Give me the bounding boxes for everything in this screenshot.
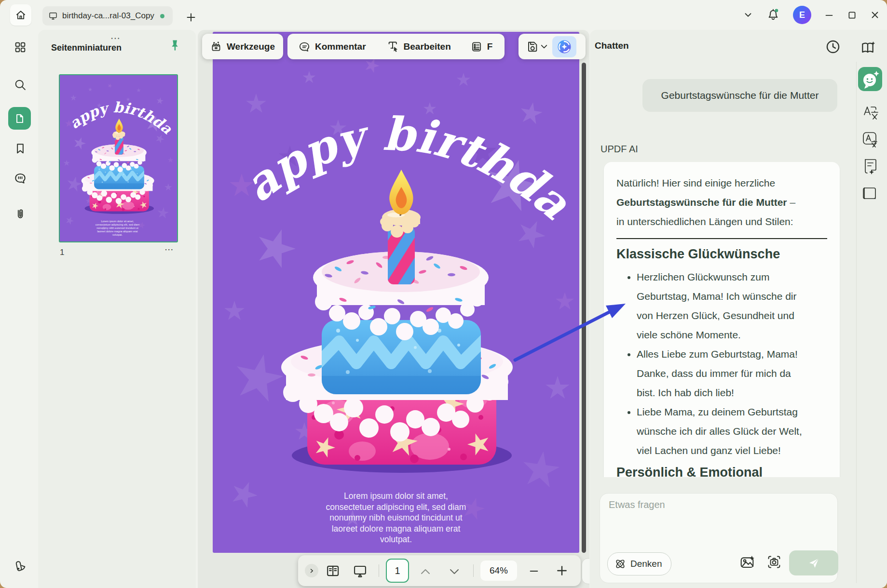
- home-icon: [14, 9, 27, 21]
- expand-button[interactable]: [305, 564, 318, 577]
- ai-chat-tab[interactable]: [858, 67, 882, 91]
- thumbnail-more-button[interactable]: ⋯: [164, 244, 175, 255]
- send-button[interactable]: [789, 550, 838, 575]
- search-icon[interactable]: [14, 78, 27, 92]
- comment-mode-button[interactable]: Kommentar: [287, 34, 374, 59]
- grid-icon[interactable]: [14, 40, 27, 54]
- handle-dots: ⋯: [110, 33, 122, 43]
- screenshot-icon[interactable]: [766, 554, 782, 570]
- image-sparkle-icon[interactable]: [739, 554, 755, 570]
- zoom-out-icon[interactable]: [529, 566, 539, 576]
- avatar[interactable]: E: [793, 6, 811, 24]
- intro-line1: Natürlich! Hier sind einige herzliche: [616, 177, 775, 188]
- pin-icon[interactable]: [167, 38, 182, 54]
- close-icon[interactable]: [870, 10, 880, 20]
- translate-tab[interactable]: [858, 100, 882, 124]
- document-card[interactable]: Happy birthday: [213, 32, 579, 553]
- zoom-level[interactable]: 64%: [480, 561, 517, 581]
- atom-icon: [614, 558, 626, 570]
- maximize-icon[interactable]: [847, 10, 857, 20]
- comment-label: Kommentar: [315, 41, 366, 52]
- document-tab[interactable]: birthday-ca...ral-03_Copy: [42, 6, 173, 26]
- tools-button[interactable]: Werkzeuge: [202, 34, 283, 59]
- tab-title: birthday-ca...ral-03_Copy: [62, 11, 154, 21]
- ai-book-icon[interactable]: [860, 40, 875, 55]
- ai-sender-label: UPDF AI: [600, 144, 638, 155]
- save-chevron-icon[interactable]: [541, 43, 547, 50]
- window-controls: E: [743, 0, 880, 30]
- reader-view-icon[interactable]: [325, 563, 340, 578]
- mode-toolbar: Kommentar Bearbeiten F: [287, 34, 505, 59]
- message-divider: [616, 238, 827, 239]
- zoom-value: 64%: [490, 565, 508, 576]
- drag-handle-icon[interactable]: ⋯: [110, 32, 122, 44]
- add-tab-icon[interactable]: [185, 12, 197, 23]
- dropdown-chevron-icon[interactable]: [743, 10, 753, 20]
- user-message-bubble: Geburtstagswünsche für die Mutter: [642, 79, 837, 112]
- birthday-card-art: Happy birthday: [213, 32, 579, 553]
- page-up-icon[interactable]: [420, 568, 431, 575]
- monitor-icon: [48, 11, 58, 21]
- section-heading-clipped: Persönlich & Emotional: [616, 465, 827, 477]
- chat-input-card: Denken: [600, 493, 838, 583]
- home-button[interactable]: [10, 4, 31, 26]
- send-icon: [807, 557, 820, 569]
- swatches-icon[interactable]: [14, 559, 27, 573]
- think-button[interactable]: Denken: [607, 552, 671, 575]
- save-toolbar: [519, 34, 586, 59]
- chat-input[interactable]: [608, 498, 822, 534]
- book-tab[interactable]: [858, 181, 882, 205]
- card-body-text: Lorem ipsum dolor sit amet, consectetuer…: [268, 491, 524, 545]
- page-down-icon[interactable]: [449, 568, 460, 575]
- thumbnail-page-number: 1: [60, 248, 64, 257]
- edit-mode-button[interactable]: Bearbeiten: [374, 34, 459, 59]
- top-bar: birthday-ca...ral-03_Copy E: [0, 0, 887, 30]
- list-item: Alles Liebe zum Geburtstag, Mama! Danke,…: [637, 345, 827, 402]
- save-icon[interactable]: [525, 40, 539, 53]
- chat-header-title: Chatten: [595, 40, 629, 51]
- summarize-icon: [861, 157, 879, 175]
- page-thumbnail[interactable]: Happy birthday: [59, 74, 178, 242]
- document-scrollbar[interactable]: [582, 63, 586, 553]
- notification-bell-icon[interactable]: [766, 7, 780, 23]
- attachment-icon[interactable]: [14, 207, 27, 221]
- sidebar-item-thumbnails[interactable]: [8, 107, 31, 130]
- edit-text-icon: [386, 40, 399, 53]
- section-heading: Klassische Glückwünsche: [616, 247, 827, 262]
- avatar-initial: E: [799, 10, 805, 20]
- panel-title: Seitenminiaturen: [51, 43, 122, 53]
- summarize-tab[interactable]: [858, 154, 882, 178]
- updf-ai-button[interactable]: [552, 36, 576, 57]
- unsaved-dot: [160, 14, 164, 18]
- comment-icon[interactable]: [14, 172, 27, 185]
- updf-ai-icon: [555, 38, 573, 56]
- bookmark-icon[interactable]: [14, 142, 27, 155]
- card-body-text: Lorem ipsum dolor sit amet, consectetuer…: [77, 219, 158, 236]
- page-navigation-toolbar: 1 64%: [298, 555, 581, 586]
- presentation-icon[interactable]: [352, 563, 368, 578]
- history-icon[interactable]: [825, 39, 841, 55]
- translate-page-tab[interactable]: [858, 127, 882, 151]
- book-icon: [861, 184, 879, 202]
- tools-icon: [210, 40, 222, 53]
- list-item: Herzlichen Glückwunsch zum Geburtstag, M…: [637, 267, 827, 345]
- intro-dash: –: [787, 197, 796, 208]
- page-number-input[interactable]: 1: [386, 559, 409, 583]
- page-thumbnail-canvas: Happy birthday: [60, 75, 175, 240]
- document-card[interactable]: Happy birthday: [60, 75, 175, 239]
- expand-icon: [307, 566, 316, 575]
- app-window: birthday-ca...ral-03_Copy E ⋯ Seitenmini…: [0, 0, 887, 588]
- form-mode-button[interactable]: F: [459, 34, 501, 59]
- wishes-list: Herzlichen Glückwunsch zum Geburtstag, M…: [616, 267, 827, 460]
- more-dots-icon: ⋯: [164, 244, 175, 254]
- page-thumbnails-icon: [14, 112, 26, 125]
- tools-label: Werkzeuge: [227, 41, 275, 52]
- intro-line2: in unterschiedlichen Längen und Stilen:: [616, 216, 793, 227]
- form-label: F: [487, 41, 493, 52]
- zoom-in-icon[interactable]: [556, 564, 568, 577]
- document-viewport: Happy birthday: [198, 30, 589, 588]
- minimize-icon[interactable]: [824, 10, 834, 20]
- birthday-card-art: Happy birthday: [60, 75, 175, 239]
- ai-message-bubble: Natürlich! Hier sind einige herzliche Ge…: [604, 162, 840, 477]
- translate-icon: [861, 103, 879, 121]
